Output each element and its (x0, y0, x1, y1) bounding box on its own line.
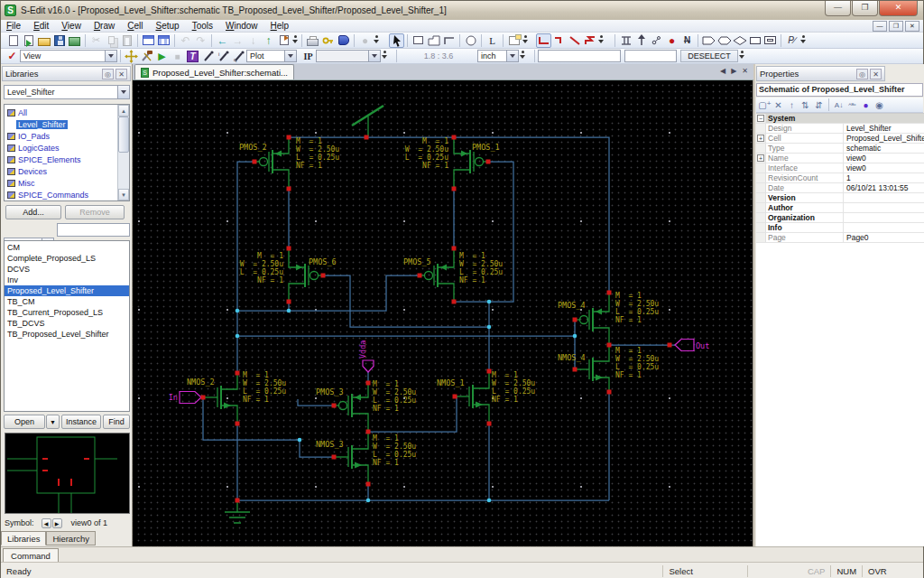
wire-overflow-icon[interactable] (597, 34, 605, 47)
view-combo-arrow[interactable] (105, 51, 116, 61)
visibility-icon[interactable]: ◉ (873, 98, 886, 111)
property-row-interface[interactable]: Interfaceview0 (756, 163, 924, 173)
connection-dot[interactable] (486, 160, 491, 164)
tab-scroll-right-icon[interactable]: ▶ (731, 67, 736, 75)
connection-dot[interactable] (332, 455, 337, 460)
wire-junction[interactable] (487, 499, 492, 503)
library-item-devices[interactable]: Devices (7, 165, 129, 177)
deselect-button[interactable]: DESELECT (680, 50, 738, 62)
wire-junction[interactable] (287, 309, 291, 313)
check-in-icon[interactable]: ↓ (245, 33, 261, 48)
property-row-organization[interactable]: Organization (756, 213, 924, 223)
stop-simulation-icon[interactable]: ■ (170, 49, 185, 63)
probe-voltage-icon[interactable] (200, 49, 216, 63)
property-value[interactable]: 06/10/21 13:01:55 (844, 183, 924, 192)
library-tree[interactable]: AllLevel_ShifterIO_PadsLogicGatesSPICE_E… (4, 104, 130, 201)
cell-item-tb_proposed_level_shifter[interactable]: TB_Proposed_Level_Shifter (5, 329, 129, 340)
wire[interactable] (488, 162, 513, 302)
copy-grid-icon[interactable] (156, 33, 171, 48)
draw-path-icon[interactable] (441, 33, 457, 48)
color-icon[interactable]: ● (859, 98, 873, 111)
ip-overflow-icon[interactable] (381, 50, 388, 62)
property-row-info[interactable]: Info (756, 223, 924, 233)
record-icon[interactable]: ● (357, 33, 373, 48)
cell-item-inv[interactable]: Inv (5, 275, 129, 285)
menu-setup[interactable]: Setup (155, 21, 179, 31)
coord-x-field[interactable] (538, 50, 621, 62)
wire-junction[interactable] (573, 334, 578, 339)
select-cursor-icon[interactable] (389, 33, 404, 48)
connection-dot[interactable] (236, 499, 240, 503)
export-overflow-icon[interactable] (291, 34, 299, 47)
library-item-misc[interactable]: Misc (7, 177, 129, 189)
property-value[interactable]: view0 (844, 154, 924, 163)
open-design-icon[interactable] (36, 33, 51, 48)
connection-dot[interactable] (253, 160, 257, 164)
mdi-restore-button[interactable]: ❐ (889, 21, 903, 32)
instance-cell-button[interactable]: Instance (61, 415, 101, 429)
document-tab[interactable]: S Proposed_Level_Shifter:schemati... (134, 64, 294, 79)
port-label-vdda[interactable]: Vdda (358, 340, 367, 359)
instance-overflow-icon[interactable] (522, 34, 529, 47)
plot-combo-arrow[interactable] (284, 51, 296, 61)
place-instance-icon[interactable] (506, 33, 522, 48)
connection-dot[interactable] (287, 187, 291, 191)
property-value[interactable] (844, 203, 924, 212)
record-overflow-icon[interactable] (373, 34, 380, 47)
ip-combo[interactable] (316, 50, 381, 62)
new-file-icon[interactable] (5, 33, 21, 48)
property-row-page[interactable]: PagePage0 (756, 233, 924, 243)
port-global-icon[interactable] (762, 33, 778, 48)
unit-overflow-icon[interactable] (519, 50, 526, 62)
run-simulation-icon[interactable]: ▶ (154, 49, 170, 63)
remove-library-button[interactable]: Remove (65, 205, 125, 219)
symbol-next-icon[interactable]: ▶ (52, 518, 62, 528)
panel-tab-hierarchy[interactable]: Hierarchy (46, 531, 96, 545)
cell-item-tb_cm[interactable]: TB_CM (5, 296, 129, 307)
go-back-icon[interactable]: ← (215, 33, 230, 48)
menu-cell[interactable]: Cell (127, 21, 143, 31)
coord-y-field[interactable] (624, 50, 677, 62)
transistor-pmos_1[interactable]: PMOS_1M = 1W = 2.50uL = 0.25uNF = 1 (405, 137, 500, 189)
validate-icon[interactable]: ✓ (5, 49, 20, 63)
copy-view-icon[interactable] (141, 33, 156, 48)
collapse-icon[interactable]: − (757, 115, 764, 122)
library-item-spice_elements[interactable]: SPICE_Elements (7, 154, 129, 165)
pin-icon[interactable]: ◎ (856, 69, 868, 79)
abc-icon[interactable]: ᴬᴮᶜ (845, 98, 859, 111)
pin-icon[interactable]: ◎ (102, 69, 114, 79)
ip-tool-icon[interactable]: IP (300, 49, 316, 63)
property-row-design[interactable]: DesignLevel_Shifter (756, 124, 924, 134)
property-value[interactable]: view0 (844, 163, 924, 172)
menu-view[interactable]: View (61, 21, 81, 31)
connection-dot[interactable] (366, 381, 371, 386)
save-icon[interactable] (51, 33, 67, 48)
wire[interactable] (203, 397, 334, 457)
wire-junction[interactable] (236, 309, 240, 313)
connection-dot[interactable] (452, 300, 457, 304)
probe-charge-icon[interactable]: q (231, 49, 246, 63)
draw-wire-diagonal-icon[interactable] (567, 33, 582, 48)
mdi-close-button[interactable]: ✕ (905, 21, 919, 32)
print-icon[interactable] (305, 33, 320, 48)
setup-tools-icon[interactable] (139, 49, 154, 63)
cut-icon[interactable]: ✂ (88, 33, 104, 48)
schematic-canvas[interactable]: PMOS_2M = 1W = 2.50uL = 0.25uNF = 1PMOS_… (133, 80, 753, 546)
port-inout-icon[interactable] (716, 33, 732, 48)
unit-combo[interactable]: inch (477, 50, 519, 62)
cell-item-tb_current_proposed_ls[interactable]: TB_Current_Proposed_LS (5, 307, 129, 318)
place-pin-icon[interactable] (633, 33, 649, 48)
menu-edit[interactable]: Edit (33, 21, 49, 31)
wire[interactable] (298, 399, 334, 406)
port-other-icon[interactable] (732, 33, 747, 48)
place-port-pair-icon[interactable] (649, 33, 664, 48)
close-button[interactable]: ✕ (879, 1, 918, 16)
cell-item-complete_proposed_ls[interactable]: Complete_Proposed_LS (5, 253, 129, 264)
license-key-icon[interactable] (320, 33, 336, 48)
text-tool-icon[interactable]: T (185, 49, 200, 63)
property-value[interactable]: schematic (844, 144, 924, 153)
menu-tools[interactable]: Tools (192, 21, 213, 31)
property-row-type[interactable]: Typeschematic (756, 144, 924, 154)
menu-file[interactable]: File (6, 21, 21, 31)
cell-item-cm[interactable]: CM (5, 242, 129, 253)
